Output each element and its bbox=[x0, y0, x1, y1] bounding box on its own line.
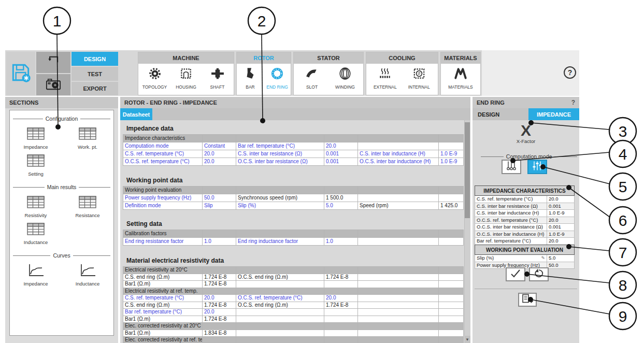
table-cell[interactable]: Computation mode bbox=[123, 142, 203, 150]
sidebar-item-impedance-curve[interactable]: Impedance bbox=[10, 264, 62, 287]
main-scrollbar-thumb[interactable] bbox=[465, 122, 470, 218]
table-cell[interactable]: 20.0 bbox=[547, 217, 575, 224]
table-cell[interactable]: 20.0 bbox=[203, 158, 236, 166]
tab-impedance[interactable]: IMPEDANCE bbox=[528, 108, 579, 120]
sidebar-item-resistance[interactable]: Resistance bbox=[62, 195, 113, 218]
table-subheader-cell bbox=[358, 230, 439, 238]
undo-button[interactable] bbox=[36, 52, 70, 73]
side-table-title: IMPEDANCE CHARACTERISTICS bbox=[475, 186, 575, 196]
sidebar-item-setting[interactable]: Setting bbox=[10, 154, 62, 177]
sidebar-item-resistivity[interactable]: Resistivity bbox=[10, 195, 62, 218]
test-mode-button[interactable]: TEST bbox=[71, 67, 118, 81]
table-cell[interactable]: Constant bbox=[203, 142, 236, 150]
table-cell[interactable]: 5.0 bbox=[324, 202, 358, 210]
toolbar-item-slot[interactable]: SLOT bbox=[297, 67, 327, 90]
snapshot-button[interactable] bbox=[36, 74, 70, 95]
table-cell[interactable]: Slip (%) bbox=[236, 202, 324, 210]
table-cell[interactable]: Power supply frequency (Hz) bbox=[123, 194, 203, 202]
table-cell[interactable]: 20.0 bbox=[203, 295, 236, 302]
table-cell[interactable]: 20.0 bbox=[324, 295, 358, 302]
table-cell[interactable]: 1.0 bbox=[324, 238, 358, 246]
scrollbar-down-arrow[interactable]: ▼ bbox=[464, 336, 470, 343]
table-row: O.C.S. ref. temperature (°C)20.0 bbox=[475, 217, 575, 224]
table-cell[interactable]: O.C.S. inter bar resistance (Ω) bbox=[236, 158, 324, 166]
table-cell[interactable]: C.S. inter bar inductance (H) bbox=[358, 150, 439, 158]
table-cell[interactable]: End ring resistance factor bbox=[123, 238, 203, 246]
toolbar-group-rotor: ROTOR BAR END RING bbox=[236, 52, 291, 95]
table-cell: O.C.S. inter bar inductance (H) bbox=[475, 231, 547, 238]
table-cell[interactable]: O.C.S. ref. temperature (°C) bbox=[236, 295, 324, 302]
table-cell[interactable]: C.S. ref. temperature (°C) bbox=[123, 295, 203, 302]
group-title-materials: MATERIALS bbox=[441, 52, 480, 64]
end-ring-icon bbox=[269, 67, 285, 82]
sidebar-item-inductance[interactable]: Inductance bbox=[10, 222, 62, 245]
table-cell[interactable]: 20.0 bbox=[203, 309, 236, 316]
table-cell[interactable]: 1.0 E-9 bbox=[547, 210, 575, 217]
sidebar-item-impedance[interactable]: Impedance bbox=[10, 127, 62, 150]
sidebar-item-work-pt[interactable]: Work. pt. bbox=[62, 127, 113, 150]
table-cell[interactable]: 20.0 bbox=[547, 196, 575, 203]
design-mode-button[interactable]: DESIGN bbox=[71, 52, 118, 66]
computation-mode-constant-button[interactable] bbox=[527, 160, 547, 174]
help-button[interactable]: ? bbox=[564, 66, 576, 79]
table-cell[interactable]: Bar ref. temperature (°C) bbox=[123, 309, 203, 316]
tab-design[interactable]: DESIGN bbox=[473, 108, 528, 120]
table-subheader-cell bbox=[236, 288, 324, 295]
toolbar-item-winding[interactable]: WINDING bbox=[330, 67, 360, 90]
table-cell[interactable]: 0.001 bbox=[324, 150, 358, 158]
table-cell[interactable]: 1.0 bbox=[203, 238, 236, 246]
table-cell[interactable]: 5.0 bbox=[547, 255, 575, 262]
table-subheader-cell bbox=[358, 288, 439, 295]
sections-list: Configuration Impedance Work. pt. bbox=[9, 110, 114, 336]
toolbar-item-shaft[interactable]: SHAFT bbox=[203, 67, 233, 90]
export-mode-button[interactable]: EXPORT bbox=[71, 82, 118, 95]
table-cell bbox=[358, 238, 439, 246]
restore-button[interactable] bbox=[529, 267, 549, 281]
table-cell: Bar1 (Ω.m) bbox=[123, 281, 203, 288]
table-cell[interactable]: 20.0 bbox=[547, 238, 575, 245]
table-cell[interactable]: Definition mode bbox=[123, 202, 203, 210]
table-cell[interactable]: C.S. ref. temperature (°C) bbox=[123, 150, 203, 158]
export-report-button[interactable] bbox=[518, 293, 537, 307]
table-cell[interactable]: 20.0 bbox=[324, 142, 358, 150]
toolbar-item-bar[interactable]: BAR bbox=[237, 67, 264, 90]
toolbar-item-label: HOUSING bbox=[176, 84, 196, 90]
apply-button[interactable] bbox=[506, 267, 525, 281]
table-cell[interactable]: Slip bbox=[203, 202, 236, 210]
sidebar-item-inductance-curve[interactable]: Inductance bbox=[62, 264, 113, 287]
table-cell[interactable]: 1.0 E-9 bbox=[439, 158, 464, 166]
save-button[interactable] bbox=[6, 52, 35, 95]
panel-help-button[interactable]: ? bbox=[571, 99, 575, 106]
toolbar-item-topology[interactable]: TOPOLOGY bbox=[140, 67, 170, 90]
section-heading-setting-data: Setting data bbox=[126, 220, 470, 227]
toolbar-item-end-ring[interactable]: END RING bbox=[264, 67, 291, 90]
computation-mode-detailed-button[interactable] bbox=[502, 160, 521, 174]
table-row: C.S. ref. temperature (°C)20.0 bbox=[475, 196, 575, 203]
edit-icon: ✎ bbox=[541, 255, 545, 262]
table-cell[interactable]: Bar ref. temperature (°C) bbox=[236, 142, 324, 150]
table-row: Bar1 (Ω.m)1.724 E-8 bbox=[123, 281, 464, 288]
table-cell bbox=[358, 274, 439, 281]
table-cell[interactable]: 0.001 bbox=[547, 203, 575, 210]
table-row: Definition modeSlipSlip (%)5.0Speed (rpm… bbox=[123, 202, 464, 210]
table-cell[interactable]: 0.001 bbox=[547, 224, 575, 231]
table-row: Elec. corrected resistivity at ref. temp… bbox=[123, 337, 464, 343]
toolbar-item-materials[interactable]: MATERIALS bbox=[446, 67, 476, 90]
table-cell[interactable]: 50.0 bbox=[203, 194, 236, 202]
sidebar-group-configuration: Configuration bbox=[13, 116, 110, 122]
table-cell[interactable]: 20.0 bbox=[203, 150, 236, 158]
table-cell[interactable]: 1.0 E-9 bbox=[547, 231, 575, 238]
table-cell[interactable]: 50.0 bbox=[547, 262, 575, 269]
table-cell[interactable]: 1.0 E-9 bbox=[439, 150, 464, 158]
table-cell[interactable]: 0.001 bbox=[324, 158, 358, 166]
toolbar-item-external[interactable]: EXTERNAL bbox=[370, 67, 400, 90]
sidebar-item-label: Inductance bbox=[76, 281, 99, 287]
sidebar-item-label: Setting bbox=[28, 171, 44, 177]
table-cell[interactable]: End ring inductance factor bbox=[236, 238, 324, 246]
table-cell[interactable]: C.S. inter bar resistance (Ω) bbox=[236, 150, 324, 158]
tab-datasheet[interactable]: Datasheet bbox=[120, 108, 152, 120]
table-cell[interactable]: O.C.S. inter bar inductance (H) bbox=[358, 158, 439, 166]
table-cell[interactable]: O.C.S. ref. temperature (°C) bbox=[123, 158, 203, 166]
toolbar-item-internal[interactable]: INTERNAL bbox=[404, 67, 434, 90]
toolbar-item-housing[interactable]: HOUSING bbox=[171, 67, 201, 90]
